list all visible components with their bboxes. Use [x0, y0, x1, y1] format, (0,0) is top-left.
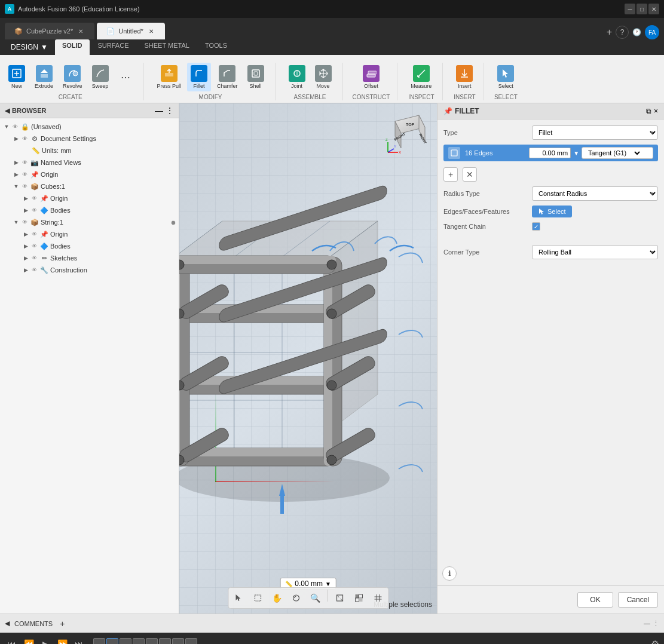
fillet-panel-close-btn[interactable]: ×	[654, 107, 658, 115]
timeline-play-btn[interactable]: ▶	[38, 637, 53, 644]
select-edges-btn[interactable]: Select	[532, 206, 572, 217]
expand-string-origin[interactable]: ▶	[22, 230, 30, 238]
fillet-type-select[interactable]: Fillet Chamfer	[532, 125, 658, 140]
ribbon-btn-select[interactable]: Select	[494, 63, 518, 91]
expand-cubes-bodies[interactable]: ▶	[22, 206, 30, 214]
corner-type-select[interactable]: Rolling Ball Setback Blend	[532, 245, 658, 259]
tab-cube-puzzle-close[interactable]: ✕	[77, 27, 85, 35]
corner-type-control[interactable]: Rolling Ball Setback Blend	[532, 245, 658, 259]
expand-origin-root[interactable]: ▶	[12, 170, 20, 179]
timeline-frame-1[interactable]	[93, 638, 105, 644]
view-cube[interactable]: TOP FRONT RIGHT X Z Y	[383, 109, 431, 157]
timeline-next-btn[interactable]: ⏩	[55, 637, 69, 644]
vp-fit-btn[interactable]	[331, 590, 348, 606]
vis-string-construction[interactable]: 👁	[30, 266, 38, 274]
timeline-frame-7[interactable]	[172, 638, 184, 644]
ribbon-tab-sheetmetal[interactable]: SHEET METAL	[137, 39, 197, 55]
sidebar-item-unsaved[interactable]: ▼ 👁 🔒 (Unsaved)	[0, 121, 179, 133]
fillet-panel-popout-btn[interactable]: ⧉	[646, 107, 651, 115]
timeline-frame-4[interactable]	[133, 638, 145, 644]
timeline-start-btn[interactable]: ⏮	[5, 637, 19, 644]
timeline-frame-8[interactable]	[185, 638, 197, 644]
ribbon-btn-extrude[interactable]: Extrude	[31, 63, 57, 91]
fillet-info-btn[interactable]: ℹ	[442, 566, 457, 581]
ribbon-btn-measure[interactable]: Measure	[407, 63, 435, 91]
ribbon-btn-shell[interactable]: Shell	[244, 63, 268, 91]
vis-doc-settings[interactable]: 👁	[20, 134, 29, 143]
ribbon-btn-more-create[interactable]: ⋯	[115, 69, 136, 85]
vis-cubes-bodies[interactable]: 👁	[30, 206, 38, 214]
radius-type-select[interactable]: Constant Radius Variable Radius Chord Le…	[532, 186, 658, 201]
expand-unsaved[interactable]: ▼	[2, 122, 11, 131]
ribbon-btn-press-pull[interactable]: Press Pull	[154, 63, 185, 91]
radius-type-control[interactable]: Constant Radius Variable Radius Chord Le…	[532, 186, 658, 201]
tangent-select[interactable]: Tangent (G1) Curvature (G2) Smooth (G3)	[586, 149, 642, 157]
add-edge-btn[interactable]: +	[443, 167, 458, 182]
expand-string-construction[interactable]: ▶	[22, 266, 30, 274]
expand-doc-settings[interactable]: ▶	[12, 134, 20, 143]
edge-selection-row[interactable]: 16 Edges ▼ Tangent (G1) Curvature (G2) S…	[443, 145, 658, 161]
ribbon-btn-offset-plane[interactable]: Offset	[359, 63, 383, 91]
ribbon-btn-insert[interactable]: Insert	[452, 63, 476, 91]
vp-box-select-btn[interactable]	[249, 590, 266, 606]
sidebar-item-string-sketches[interactable]: ▶ 👁 ✏ Sketches	[0, 252, 179, 264]
expand-string-bodies[interactable]: ▶	[22, 242, 30, 250]
vis-string-origin[interactable]: 👁	[30, 230, 38, 238]
timeline-end-btn[interactable]: ⏭	[72, 637, 86, 644]
settings-icon[interactable]: ⚙	[651, 639, 659, 645]
3d-model[interactable]	[179, 185, 437, 532]
vp-display-btn[interactable]	[350, 590, 367, 606]
vp-orbit-btn[interactable]	[287, 590, 304, 606]
sidebar-item-cubes-bodies[interactable]: ▶ 👁 🔷 Bodies	[0, 204, 179, 216]
sidebar-item-cubes-origin[interactable]: ▶ 👁 📌 Origin	[0, 192, 179, 204]
comments-collapse-btn[interactable]: —	[644, 620, 650, 627]
comments-dots-btn[interactable]: ⋮	[653, 620, 659, 627]
tab-untitled-close[interactable]: ✕	[147, 27, 155, 35]
ribbon-btn-fillet[interactable]: Fillet	[187, 63, 211, 91]
tangent-chain-checkbox[interactable]: ✓	[532, 222, 540, 231]
account-button[interactable]: FA	[645, 25, 659, 39]
value-dropdown[interactable]: ▼	[325, 581, 331, 587]
sidebar-item-string-origin[interactable]: ▶ 👁 📌 Origin	[0, 228, 179, 240]
edge-mm-input[interactable]	[529, 148, 571, 158]
tangent-chain-control[interactable]: ✓	[532, 222, 540, 231]
ribbon-tab-surface[interactable]: SURFACE	[91, 39, 136, 55]
sidebar-item-string-bodies[interactable]: ▶ 👁 🔷 Bodies	[0, 240, 179, 252]
comments-expand-btn[interactable]: ◀	[5, 620, 10, 627]
remove-edge-btn[interactable]: ✕	[463, 167, 477, 182]
fillet-ok-btn[interactable]: OK	[577, 592, 613, 608]
sidebar-item-string-construction[interactable]: ▶ 👁 🔧 Construction	[0, 264, 179, 276]
vis-cubes-origin[interactable]: 👁	[30, 194, 38, 203]
ribbon-btn-chamfer[interactable]: Chamfer	[213, 63, 241, 91]
design-dropdown[interactable]: DESIGN ▼	[5, 39, 54, 55]
sidebar-collapse-btn[interactable]: —	[155, 106, 163, 115]
tab-untitled[interactable]: 📄 Untitled* ✕	[97, 23, 165, 39]
3d-viewport[interactable]: TOP FRONT RIGHT X Z Y 📏 0.00 mm ▼ Multip…	[179, 103, 437, 614]
expand-cubes-origin[interactable]: ▶	[22, 194, 30, 203]
help-button[interactable]: ?	[616, 26, 629, 39]
vis-string-sketches[interactable]: 👁	[30, 254, 38, 262]
ribbon-btn-joint[interactable]: Joint	[285, 63, 309, 91]
close-button[interactable]: ✕	[648, 4, 659, 14]
vp-grid-btn[interactable]	[369, 590, 386, 606]
edge-mm-dropdown[interactable]: ▼	[573, 150, 579, 157]
new-tab-button[interactable]: +	[607, 27, 612, 38]
ribbon-tab-tools[interactable]: TOOLS	[198, 39, 234, 55]
vp-look-at-btn[interactable]: 🔍	[307, 590, 323, 606]
fillet-type-control[interactable]: Fillet Chamfer	[532, 125, 658, 140]
sidebar-dots-btn[interactable]: ⋮	[166, 106, 174, 115]
vis-unsaved[interactable]: 👁	[11, 122, 19, 131]
sidebar-expand-icon[interactable]: ◀	[5, 107, 10, 115]
ribbon-btn-move[interactable]: Move	[311, 63, 335, 91]
timeline-prev-btn[interactable]: ⏪	[22, 637, 36, 644]
history-button[interactable]: 🕐	[632, 28, 641, 36]
expand-string[interactable]: ▼	[12, 218, 20, 226]
timeline-frame-3[interactable]	[120, 638, 131, 644]
vis-cubes[interactable]: 👁	[20, 182, 29, 191]
maximize-button[interactable]: □	[637, 4, 647, 14]
comments-add-btn[interactable]: +	[60, 619, 65, 628]
sidebar-item-named-views[interactable]: ▶ 👁 📷 Named Views	[0, 157, 179, 168]
sidebar-item-origin-root[interactable]: ▶ 👁 📌 Origin	[0, 168, 179, 180]
tab-cube-puzzle[interactable]: 📦 CubePuzzle v2* ✕	[5, 23, 94, 39]
vp-pan-btn[interactable]: ✋	[268, 590, 285, 606]
